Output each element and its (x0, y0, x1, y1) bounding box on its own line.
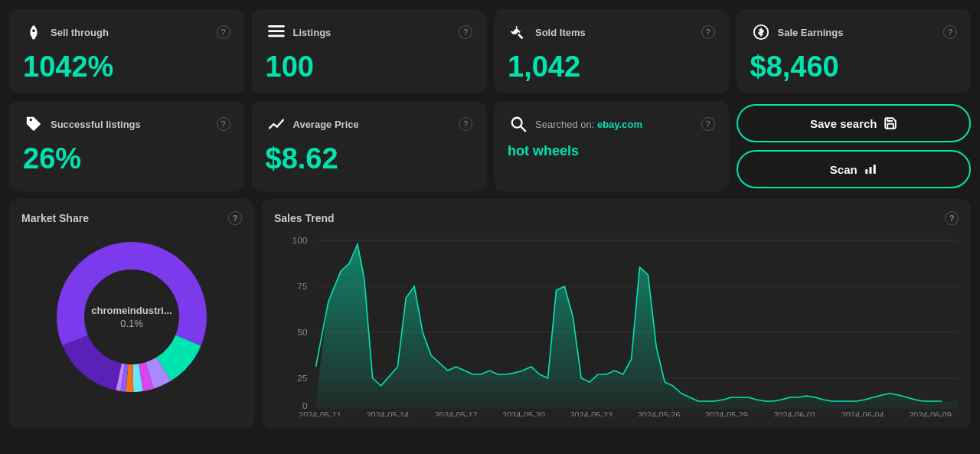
svg-text:2024-06-09: 2024-06-09 (909, 411, 952, 416)
svg-text:2024-05-14: 2024-05-14 (366, 411, 409, 416)
sales-trend-help[interactable]: ? (945, 211, 959, 225)
sales-trend-header: Sales Trend ? (274, 211, 959, 225)
bar-chart-icon (864, 162, 877, 176)
dashboard: Sell through ? 1042% Listings ? 100 (0, 0, 980, 438)
svg-rect-6 (865, 169, 867, 174)
svg-text:2024-05-11: 2024-05-11 (299, 411, 341, 416)
card-header: Successful listings ? (23, 113, 230, 135)
dollar-icon (750, 21, 772, 43)
chart-area: 100 75 50 25 0 (274, 233, 959, 416)
successful-listings-title: Successful listings (51, 119, 211, 130)
save-icon (884, 116, 897, 130)
listings-title: Listings (293, 27, 453, 38)
sale-earnings-title: Sale Earnings (778, 27, 938, 38)
search-help[interactable]: ? (701, 117, 715, 131)
save-search-button[interactable]: Save search (737, 104, 972, 142)
successful-listings-card: Successful listings ? 26% (9, 101, 244, 191)
svg-rect-2 (268, 35, 285, 38)
svg-line-5 (521, 126, 525, 131)
sold-items-value: 1,042 (508, 52, 715, 81)
scan-button[interactable]: Scan (737, 150, 972, 188)
sell-through-card: Sell through ? 1042% (9, 9, 244, 93)
gavel-icon (508, 21, 529, 43)
trend-icon (266, 113, 287, 135)
svg-text:0: 0 (302, 401, 308, 410)
listings-icon (266, 21, 287, 43)
sale-earnings-value: $8,460 (750, 52, 958, 81)
top-row: Sell through ? 1042% Listings ? 100 (9, 9, 971, 93)
sales-trend-card: Sales Trend ? 100 75 50 25 0 (262, 199, 971, 429)
card-header: Sold Items ? (508, 21, 715, 43)
sale-earnings-help[interactable]: ? (943, 25, 957, 39)
sold-items-card: Sold Items ? 1,042 (494, 9, 729, 93)
svg-text:2024-05-23: 2024-05-23 (570, 411, 612, 416)
svg-text:2024-05-26: 2024-05-26 (638, 411, 681, 416)
svg-text:75: 75 (297, 282, 307, 290)
listings-value: 100 (266, 52, 473, 81)
donut-center: chromeindustri... 0.1% (91, 305, 172, 329)
rocket-icon (23, 21, 44, 43)
listings-card: Listings ? 100 (252, 9, 487, 93)
sold-items-title: Sold Items (535, 27, 695, 38)
action-card: Save search Scan (737, 101, 972, 191)
svg-text:100: 100 (292, 236, 308, 244)
svg-rect-1 (268, 30, 285, 32)
svg-text:2024-06-04: 2024-06-04 (841, 411, 884, 416)
sale-earnings-card: Sale Earnings ? $8,460 (737, 9, 972, 93)
svg-rect-8 (873, 165, 875, 174)
svg-text:50: 50 (297, 328, 307, 336)
save-search-label: Save search (810, 117, 877, 130)
middle-row: Successful listings ? 26% Average Price … (9, 101, 971, 191)
search-site: ebay.com (597, 119, 642, 130)
market-share-card: Market Share ? (9, 199, 254, 429)
sell-through-value: 1042% (23, 52, 230, 81)
svg-rect-7 (869, 167, 871, 174)
average-price-card: Average Price ? $8.62 (252, 101, 487, 191)
search-label: Searched on: ebay.com (535, 119, 695, 130)
sell-through-help[interactable]: ? (217, 25, 230, 39)
average-price-title: Average Price (293, 119, 453, 130)
svg-text:2024-05-29: 2024-05-29 (705, 411, 748, 416)
svg-text:2024-05-20: 2024-05-20 (502, 411, 545, 416)
donut-value: 0.1% (91, 318, 172, 329)
donut-container: chromeindustri... 0.1% (21, 233, 242, 401)
searched-on-text: Searched on: (535, 119, 597, 130)
listings-help[interactable]: ? (459, 25, 472, 39)
average-price-value: $8.62 (266, 144, 473, 173)
bottom-row: Market Share ? (9, 199, 971, 429)
search-term: hot wheels (508, 144, 715, 158)
market-share-help[interactable]: ? (228, 211, 242, 225)
card-header: Searched on: ebay.com ? (508, 113, 715, 135)
search-icon (508, 113, 529, 135)
svg-text:2024-05-17: 2024-05-17 (435, 411, 478, 416)
sell-through-title: Sell through (51, 27, 211, 38)
search-card: Searched on: ebay.com ? hot wheels (494, 101, 729, 191)
trend-svg: 100 75 50 25 0 (274, 233, 959, 416)
sales-trend-title: Sales Trend (274, 212, 335, 224)
card-header: Sell through ? (23, 21, 230, 43)
card-header: Average Price ? (266, 113, 473, 135)
market-share-title: Market Share (21, 212, 89, 224)
svg-text:2024-06-01: 2024-06-01 (773, 411, 816, 416)
svg-text:25: 25 (297, 374, 307, 382)
sold-items-help[interactable]: ? (701, 25, 715, 39)
tag-icon (23, 113, 44, 135)
donut-label: chromeindustri... (91, 305, 172, 316)
card-header: Sale Earnings ? (750, 21, 958, 43)
successful-listings-value: 26% (23, 144, 230, 173)
market-share-header: Market Share ? (21, 211, 242, 225)
average-price-help[interactable]: ? (459, 117, 472, 131)
card-header: Listings ? (266, 21, 473, 43)
svg-rect-0 (268, 25, 285, 28)
successful-listings-help[interactable]: ? (217, 117, 230, 131)
scan-label: Scan (830, 163, 858, 176)
